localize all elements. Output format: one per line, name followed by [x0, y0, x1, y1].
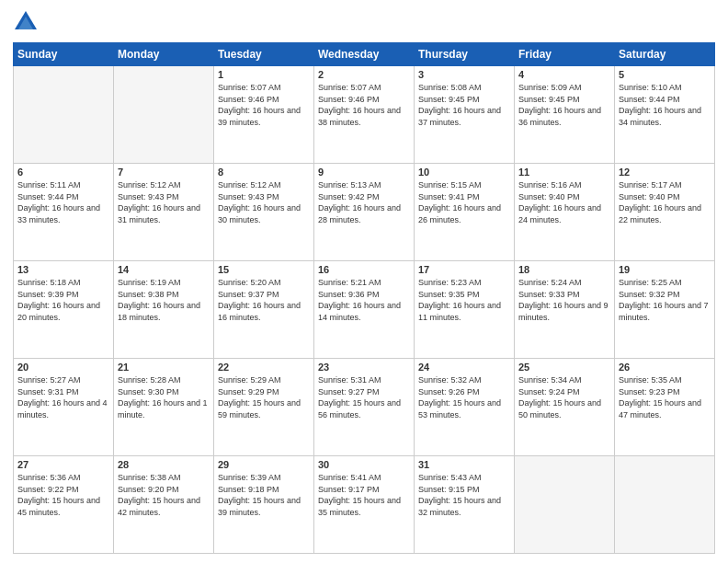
day-info: Sunrise: 5:43 AM Sunset: 9:15 PM Dayligh…: [418, 472, 510, 518]
day-number: 31: [418, 459, 510, 470]
day-info: Sunrise: 5:19 AM Sunset: 9:38 PM Dayligh…: [118, 277, 210, 323]
day-info: Sunrise: 5:34 AM Sunset: 9:24 PM Dayligh…: [518, 374, 610, 420]
day-number: 23: [318, 362, 410, 373]
day-info: Sunrise: 5:15 AM Sunset: 9:41 PM Dayligh…: [418, 179, 510, 225]
day-info: Sunrise: 5:12 AM Sunset: 9:43 PM Dayligh…: [118, 179, 210, 225]
day-info: Sunrise: 5:18 AM Sunset: 9:39 PM Dayligh…: [17, 277, 109, 323]
day-number: 8: [218, 167, 310, 178]
calendar-cell: 19Sunrise: 5:25 AM Sunset: 9:32 PM Dayli…: [615, 261, 715, 359]
day-info: Sunrise: 5:08 AM Sunset: 9:45 PM Dayligh…: [418, 82, 510, 128]
calendar-cell: 17Sunrise: 5:23 AM Sunset: 9:35 PM Dayli…: [415, 261, 515, 359]
calendar-cell: 6Sunrise: 5:11 AM Sunset: 9:44 PM Daylig…: [14, 164, 114, 261]
calendar-cell: 28Sunrise: 5:38 AM Sunset: 9:20 PM Dayli…: [114, 456, 214, 554]
day-info: Sunrise: 5:20 AM Sunset: 9:37 PM Dayligh…: [218, 277, 310, 323]
day-number: 2: [318, 69, 410, 80]
weekday-header: Friday: [515, 43, 615, 66]
calendar-cell: [615, 456, 715, 554]
day-number: 10: [418, 167, 510, 178]
day-info: Sunrise: 5:28 AM Sunset: 9:30 PM Dayligh…: [118, 374, 210, 420]
calendar-cell: 9Sunrise: 5:13 AM Sunset: 9:42 PM Daylig…: [314, 164, 415, 261]
weekday-header: Tuesday: [214, 43, 314, 66]
day-number: 11: [518, 167, 610, 178]
calendar-cell: 5Sunrise: 5:10 AM Sunset: 9:44 PM Daylig…: [615, 66, 715, 164]
day-info: Sunrise: 5:39 AM Sunset: 9:18 PM Dayligh…: [218, 472, 310, 518]
day-info: Sunrise: 5:07 AM Sunset: 9:46 PM Dayligh…: [218, 82, 310, 128]
calendar-cell: 22Sunrise: 5:29 AM Sunset: 9:29 PM Dayli…: [214, 359, 314, 456]
day-info: Sunrise: 5:23 AM Sunset: 9:35 PM Dayligh…: [418, 277, 510, 323]
day-number: 18: [518, 264, 610, 275]
day-info: Sunrise: 5:07 AM Sunset: 9:46 PM Dayligh…: [318, 82, 410, 128]
day-number: 27: [17, 459, 109, 470]
calendar-cell: 25Sunrise: 5:34 AM Sunset: 9:24 PM Dayli…: [515, 359, 615, 456]
day-info: Sunrise: 5:09 AM Sunset: 9:45 PM Dayligh…: [518, 82, 610, 128]
day-info: Sunrise: 5:10 AM Sunset: 9:44 PM Dayligh…: [619, 82, 711, 128]
calendar-week-row: 27Sunrise: 5:36 AM Sunset: 9:22 PM Dayli…: [14, 456, 715, 554]
calendar-cell: [515, 456, 615, 554]
weekday-header: Thursday: [415, 43, 515, 66]
calendar-cell: 3Sunrise: 5:08 AM Sunset: 9:45 PM Daylig…: [415, 66, 515, 164]
calendar-cell: [14, 66, 114, 164]
calendar-cell: 29Sunrise: 5:39 AM Sunset: 9:18 PM Dayli…: [214, 456, 314, 554]
day-info: Sunrise: 5:36 AM Sunset: 9:22 PM Dayligh…: [17, 472, 109, 518]
day-number: 1: [218, 69, 310, 80]
day-number: 26: [619, 362, 711, 373]
day-info: Sunrise: 5:29 AM Sunset: 9:29 PM Dayligh…: [218, 374, 310, 420]
day-number: 21: [118, 362, 210, 373]
day-info: Sunrise: 5:27 AM Sunset: 9:31 PM Dayligh…: [17, 374, 109, 420]
day-number: 12: [619, 167, 711, 178]
logo-icon: [13, 9, 39, 35]
calendar-table: SundayMondayTuesdayWednesdayThursdayFrid…: [13, 42, 715, 554]
day-info: Sunrise: 5:41 AM Sunset: 9:17 PM Dayligh…: [318, 472, 410, 518]
calendar-cell: [114, 66, 214, 164]
day-number: 4: [518, 69, 610, 80]
day-info: Sunrise: 5:13 AM Sunset: 9:42 PM Dayligh…: [318, 179, 410, 225]
day-number: 16: [318, 264, 410, 275]
page: SundayMondayTuesdayWednesdayThursdayFrid…: [0, 0, 728, 563]
day-info: Sunrise: 5:35 AM Sunset: 9:23 PM Dayligh…: [619, 374, 711, 420]
calendar-week-row: 1Sunrise: 5:07 AM Sunset: 9:46 PM Daylig…: [14, 66, 715, 164]
day-number: 24: [418, 362, 510, 373]
calendar-cell: 20Sunrise: 5:27 AM Sunset: 9:31 PM Dayli…: [14, 359, 114, 456]
day-info: Sunrise: 5:12 AM Sunset: 9:43 PM Dayligh…: [218, 179, 310, 225]
calendar-cell: 7Sunrise: 5:12 AM Sunset: 9:43 PM Daylig…: [114, 164, 214, 261]
calendar-cell: 13Sunrise: 5:18 AM Sunset: 9:39 PM Dayli…: [14, 261, 114, 359]
day-number: 22: [218, 362, 310, 373]
day-number: 29: [218, 459, 310, 470]
day-number: 6: [17, 167, 109, 178]
day-number: 20: [17, 362, 109, 373]
calendar-cell: 16Sunrise: 5:21 AM Sunset: 9:36 PM Dayli…: [314, 261, 415, 359]
day-number: 15: [218, 264, 310, 275]
weekday-header-row: SundayMondayTuesdayWednesdayThursdayFrid…: [14, 43, 715, 66]
day-number: 14: [118, 264, 210, 275]
calendar-week-row: 6Sunrise: 5:11 AM Sunset: 9:44 PM Daylig…: [14, 164, 715, 261]
day-number: 28: [118, 459, 210, 470]
calendar-cell: 8Sunrise: 5:12 AM Sunset: 9:43 PM Daylig…: [214, 164, 314, 261]
day-info: Sunrise: 5:17 AM Sunset: 9:40 PM Dayligh…: [619, 179, 711, 225]
calendar-cell: 23Sunrise: 5:31 AM Sunset: 9:27 PM Dayli…: [314, 359, 415, 456]
day-info: Sunrise: 5:16 AM Sunset: 9:40 PM Dayligh…: [518, 179, 610, 225]
header: [13, 9, 715, 35]
logo: [13, 9, 42, 35]
day-number: 30: [318, 459, 410, 470]
calendar-cell: 31Sunrise: 5:43 AM Sunset: 9:15 PM Dayli…: [415, 456, 515, 554]
day-info: Sunrise: 5:25 AM Sunset: 9:32 PM Dayligh…: [619, 277, 711, 323]
calendar-cell: 10Sunrise: 5:15 AM Sunset: 9:41 PM Dayli…: [415, 164, 515, 261]
weekday-header: Monday: [114, 43, 214, 66]
calendar-week-row: 20Sunrise: 5:27 AM Sunset: 9:31 PM Dayli…: [14, 359, 715, 456]
day-number: 5: [619, 69, 711, 80]
calendar-cell: 27Sunrise: 5:36 AM Sunset: 9:22 PM Dayli…: [14, 456, 114, 554]
day-number: 7: [118, 167, 210, 178]
day-info: Sunrise: 5:38 AM Sunset: 9:20 PM Dayligh…: [118, 472, 210, 518]
day-info: Sunrise: 5:32 AM Sunset: 9:26 PM Dayligh…: [418, 374, 510, 420]
day-info: Sunrise: 5:31 AM Sunset: 9:27 PM Dayligh…: [318, 374, 410, 420]
calendar-cell: 15Sunrise: 5:20 AM Sunset: 9:37 PM Dayli…: [214, 261, 314, 359]
calendar-cell: 30Sunrise: 5:41 AM Sunset: 9:17 PM Dayli…: [314, 456, 415, 554]
calendar-cell: 21Sunrise: 5:28 AM Sunset: 9:30 PM Dayli…: [114, 359, 214, 456]
weekday-header: Saturday: [615, 43, 715, 66]
day-number: 25: [518, 362, 610, 373]
weekday-header: Wednesday: [314, 43, 415, 66]
day-number: 17: [418, 264, 510, 275]
day-number: 19: [619, 264, 711, 275]
weekday-header: Sunday: [14, 43, 114, 66]
day-info: Sunrise: 5:11 AM Sunset: 9:44 PM Dayligh…: [17, 179, 109, 225]
